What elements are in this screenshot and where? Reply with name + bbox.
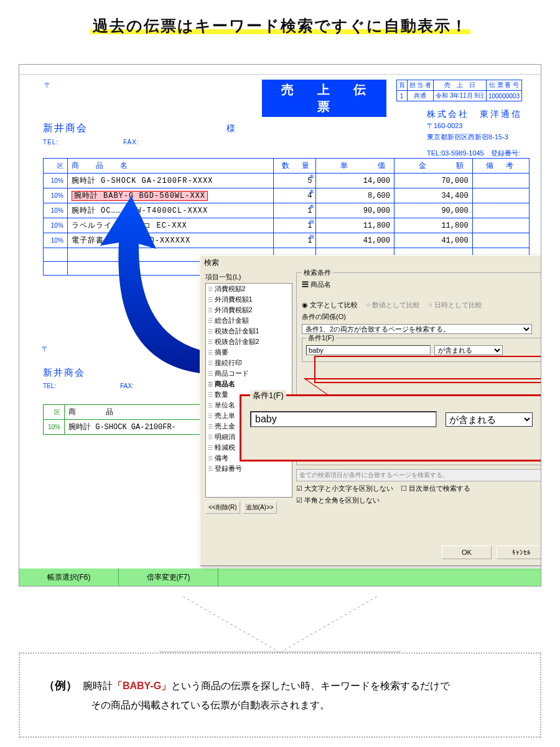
- status-button-zoom[interactable]: 倍率変更(F7): [119, 568, 218, 586]
- info-value: 100000003: [486, 91, 521, 101]
- item-list-label: 項目一覧(L): [205, 272, 292, 282]
- relation-label: 条件の関係(O): [302, 312, 541, 322]
- zoom-legend: 条件1(F): [250, 390, 286, 401]
- radio-text[interactable]: 文字として比較: [302, 301, 358, 309]
- zoom-cond1-input[interactable]: [250, 411, 437, 427]
- col-header: 商 品: [65, 405, 200, 420]
- info-header: 売 上 日: [434, 80, 487, 91]
- list-item[interactable]: 税抜合計金額2: [206, 336, 292, 347]
- zoom-cond1-op-select[interactable]: が含まれる: [446, 412, 533, 427]
- list-item[interactable]: 総合計金額: [206, 315, 292, 326]
- info-value: 1: [396, 91, 407, 101]
- info-header: 頁: [396, 80, 407, 91]
- status-button-select[interactable]: 帳票選択(F6): [19, 568, 119, 586]
- col-header: 商 品 名: [67, 159, 273, 174]
- customer-block: 新井商会 様 TEL: FAX:: [43, 122, 235, 146]
- radio-numeric[interactable]: 数値として比較: [366, 301, 420, 309]
- postal-mark: 〒: [44, 81, 51, 90]
- list-item[interactable]: 税抜合計金額1: [206, 326, 292, 336]
- status-bar: 帳票選択(F6) 倍率変更(F7): [19, 568, 541, 586]
- postal-mark: 〒: [42, 345, 49, 354]
- info-value: 令和 3年11月 9日: [434, 91, 487, 101]
- fax-label: FAX:: [120, 383, 134, 389]
- company-tel: TEL:03-5989-1045 登録番号:: [427, 148, 522, 159]
- page-headline: 過去の伝票はキーワード検索ですぐに自動表示！: [25, 0, 535, 45]
- lower-table: 区 商 品 10% 腕時計 G-SHOCK GA-2100FR-: [43, 404, 200, 435]
- all-cond-text: 全ての検索項目が条件に合致するページを検索する。: [296, 469, 541, 481]
- example-text: その商品が掲載されている伝票が自動表示されます。: [91, 696, 516, 715]
- app-toolbar: [19, 65, 541, 75]
- tel-label: TEL:: [43, 139, 58, 146]
- cond1-input[interactable]: [306, 345, 431, 355]
- fax-label: FAX:: [123, 139, 139, 146]
- example-box: （例） 腕時計「BABY-G」という商品の伝票を探したい時、キーワードを検索する…: [19, 652, 541, 738]
- col-header: 区: [44, 405, 65, 420]
- company-postal: 〒160-0023: [427, 121, 522, 132]
- example-text: 腕時計: [83, 680, 113, 691]
- list-item[interactable]: 商品コード: [206, 368, 292, 379]
- table-row: 10% 腕時計 G-SHOCK GA-2100FR-XXXX 本5 14,000…: [44, 174, 530, 188]
- customer-honorific: 様: [226, 123, 235, 133]
- radio-datetime[interactable]: 日時として比較: [428, 301, 482, 309]
- relation-select[interactable]: 条件1、2の両方が合致するページを検索する。: [302, 324, 532, 334]
- customer-name: 新井商会: [43, 123, 88, 133]
- voucher-title: 売 上 伝 票: [262, 80, 386, 117]
- voucher-info-table: 頁 担 当 者 売 上 日 伝 票 番 号 1 共通 令和 3年11月 9日 1…: [396, 80, 522, 101]
- list-item[interactable]: 外消費税額1: [206, 294, 292, 305]
- delete-button[interactable]: <<削除(R): [205, 501, 240, 514]
- info-header: 担 当 者: [407, 80, 434, 91]
- info-header: 伝 票 番 号: [486, 80, 521, 91]
- indicator-lines: [279, 596, 281, 651]
- list-item[interactable]: 商品名: [206, 379, 292, 389]
- list-item[interactable]: 外消費税額2: [206, 305, 292, 315]
- col-header: 単 価: [316, 159, 394, 174]
- info-value: 共通: [407, 91, 434, 101]
- add-button[interactable]: 追加(A)>>: [243, 501, 277, 514]
- customer-name: 新井商会: [43, 367, 85, 378]
- example-keyword: 「BABY-G」: [113, 680, 171, 691]
- app-window: 〒 売 上 伝 票 頁 担 当 者 売 上 日 伝 票 番 号 1 共通 令和 …: [19, 64, 541, 587]
- col-header: 金 額: [394, 159, 473, 174]
- company-block: 株式会社 東洋通信 〒160-0023 東京都新宿区西新宿8-15-3 TEL:…: [427, 107, 522, 159]
- cancel-button[interactable]: ｷｬﾝｾﾙ: [497, 545, 541, 559]
- list-item[interactable]: 登録番号: [206, 463, 292, 474]
- list-item[interactable]: 接続行印: [206, 358, 292, 368]
- col-header: 数 量: [273, 159, 316, 174]
- field-name: 商品名: [310, 281, 331, 288]
- cond-legend: 検索条件: [302, 268, 333, 277]
- col-header: 区: [44, 159, 68, 174]
- cond1-legend: 条件1(F): [306, 333, 336, 343]
- dialog-titlebar: 検索 ✕: [200, 256, 541, 270]
- company-name: 株式会社 東洋通信: [427, 107, 522, 121]
- dialog-title: 検索: [204, 258, 219, 268]
- list-item[interactable]: 摘要: [206, 347, 292, 358]
- example-text: という商品の伝票を探したい時、キーワードを検索するだけで: [171, 680, 450, 691]
- cond1-op-select[interactable]: が含まれる: [434, 345, 503, 355]
- voucher-area: 〒 売 上 伝 票 頁 担 当 者 売 上 日 伝 票 番 号 1 共通 令和 …: [19, 75, 541, 78]
- list-item[interactable]: 消費税額2: [206, 284, 292, 294]
- chk-case[interactable]: ☑ 大文字と小文字を区別しない: [296, 485, 393, 492]
- example-label: （例）: [44, 679, 77, 692]
- table-row: 10% 腕時計 G-SHOCK GA-2100FR-: [44, 420, 200, 435]
- chk-width[interactable]: ☑ 半角と全角を区別しない: [296, 496, 380, 504]
- col-header: 備 考: [472, 159, 529, 174]
- tel-label: TEL:: [43, 383, 56, 389]
- zoom-callout: 条件1(F) が含まれる: [240, 394, 541, 462]
- company-address: 東京都新宿区西新宿8-15-3: [427, 132, 522, 143]
- chk-toc[interactable]: ☐ 目次単位で検索する: [401, 485, 470, 492]
- ok-button[interactable]: OK: [442, 545, 492, 559]
